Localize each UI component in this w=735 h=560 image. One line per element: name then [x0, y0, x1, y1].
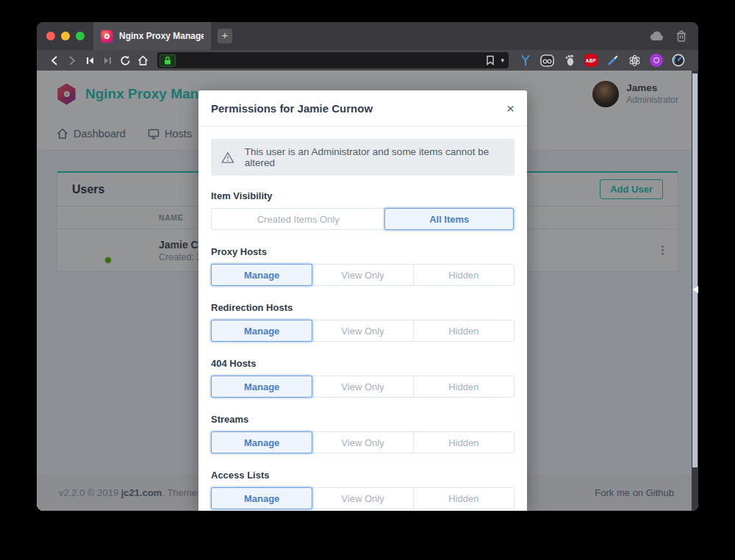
manage-button[interactable]: Manage: [211, 320, 312, 342]
permission-toggle-group: Manage View Only Hidden: [211, 431, 514, 453]
item-visibility-label: Item Visibility: [211, 190, 514, 201]
bookmark-icon[interactable]: [486, 55, 495, 65]
manage-button[interactable]: Manage: [211, 487, 312, 509]
admin-alert: This user is an Administrator and some i…: [211, 139, 514, 176]
scrollbar-thumb[interactable]: [692, 73, 698, 467]
hidden-button[interactable]: Hidden: [413, 320, 514, 342]
ext-purple-badge-icon[interactable]: [650, 54, 663, 67]
hidden-button[interactable]: Hidden: [413, 264, 514, 286]
skip-back-icon[interactable]: [81, 52, 98, 68]
section-label: Access Lists: [211, 470, 514, 481]
home-button[interactable]: [134, 52, 151, 68]
section-label: Redirection Hosts: [211, 302, 514, 313]
browser-toolbar: ▾ ABP: [37, 50, 698, 71]
trash-icon[interactable]: [676, 30, 686, 42]
forward-button[interactable]: [63, 52, 81, 68]
view-only-button[interactable]: View Only: [312, 320, 413, 342]
page-viewport: Nginx Proxy Manager James Administrator …: [37, 71, 698, 511]
browser-window: Nginx Proxy Manager + ▾ ABP: [37, 22, 698, 511]
modal-title: Permissions for Jamie Curnow: [211, 102, 373, 115]
item-visibility-group: Created Items Only All Items: [211, 208, 514, 230]
close-window-button[interactable]: [46, 32, 55, 40]
permission-toggle-group: Manage View Only Hidden: [211, 376, 514, 398]
close-icon[interactable]: ×: [506, 101, 514, 115]
section-label: 404 Hosts: [211, 358, 514, 369]
permission-toggle-group: Manage View Only Hidden: [211, 264, 514, 286]
section-label: Proxy Hosts: [211, 246, 514, 257]
browser-tab[interactable]: Nginx Proxy Manager: [93, 22, 211, 50]
view-only-button[interactable]: View Only: [312, 487, 413, 509]
minimize-window-button[interactable]: [61, 32, 70, 40]
address-bar[interactable]: ▾: [157, 52, 509, 68]
view-only-button[interactable]: View Only: [312, 376, 413, 398]
ext-gnome-foot-icon[interactable]: [562, 54, 576, 68]
tab-title: Nginx Proxy Manager: [119, 31, 204, 41]
ext-pen-icon[interactable]: [606, 54, 620, 68]
created-items-only-button[interactable]: Created Items Only: [211, 208, 385, 230]
all-items-button[interactable]: All Items: [384, 208, 514, 230]
permission-toggle-group: Manage View Only Hidden: [211, 487, 514, 509]
warning-triangle-icon: [221, 151, 234, 164]
view-only-button[interactable]: View Only: [312, 431, 413, 453]
cloud-sync-icon[interactable]: [650, 31, 664, 41]
permission-toggle-group: Manage View Only Hidden: [211, 320, 514, 342]
404-hosts-section: 404 Hosts Manage View Only Hidden: [211, 358, 514, 398]
bookmarks-dropdown-icon[interactable]: ▾: [501, 57, 504, 64]
ext-container-icon[interactable]: [540, 54, 554, 68]
new-tab-button[interactable]: +: [218, 29, 232, 43]
maximize-window-button[interactable]: [76, 32, 85, 40]
hidden-button[interactable]: Hidden: [413, 431, 514, 453]
section-label: Streams: [211, 414, 514, 425]
hidden-button[interactable]: Hidden: [413, 376, 514, 398]
npm-favicon-icon: [101, 30, 113, 43]
view-only-button[interactable]: View Only: [312, 264, 413, 286]
permissions-modal: Permissions for Jamie Curnow × This user…: [198, 90, 527, 511]
ext-atom-icon[interactable]: [628, 54, 642, 68]
manage-button[interactable]: Manage: [211, 431, 312, 453]
ext-fork-icon[interactable]: [518, 54, 532, 68]
ext-gauge-icon[interactable]: [671, 54, 685, 68]
manage-button[interactable]: Manage: [211, 376, 312, 398]
manage-button[interactable]: Manage: [211, 264, 312, 286]
reload-button[interactable]: [116, 52, 134, 68]
browser-tab-bar: Nginx Proxy Manager +: [37, 22, 698, 50]
streams-section: Streams Manage View Only Hidden: [211, 414, 514, 453]
alert-text: This user is an Administrator and some i…: [245, 146, 504, 168]
secure-lock-icon[interactable]: [159, 54, 176, 67]
access-lists-section: Access Lists Manage View Only Hidden: [211, 470, 514, 509]
skip-forward-icon[interactable]: [98, 52, 116, 68]
redirection-hosts-section: Redirection Hosts Manage View Only Hidde…: [211, 302, 514, 342]
hidden-button[interactable]: Hidden: [413, 487, 514, 509]
scroll-marker-icon: [692, 286, 698, 293]
back-button[interactable]: [46, 52, 63, 68]
ext-adblock-plus-icon[interactable]: ABP: [584, 54, 598, 67]
window-controls: [37, 22, 93, 50]
extension-icons: ABP: [518, 54, 685, 68]
proxy-hosts-section: Proxy Hosts Manage View Only Hidden: [211, 246, 514, 286]
